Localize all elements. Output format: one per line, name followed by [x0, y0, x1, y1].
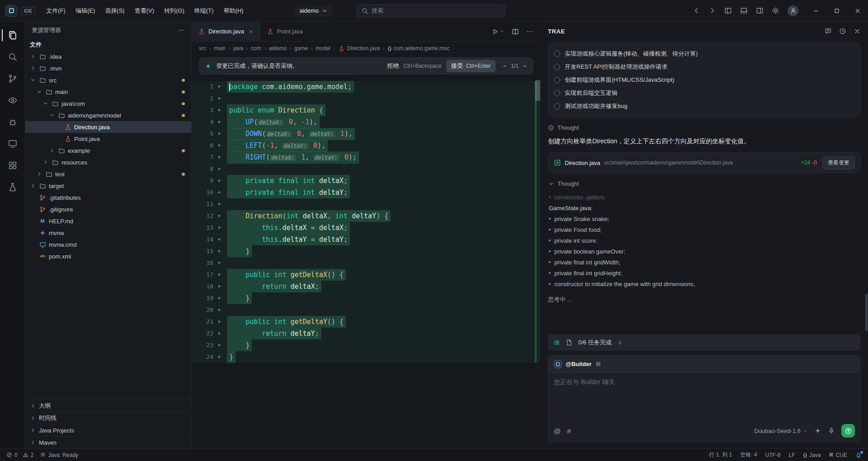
task-checklist-item[interactable]: 实现前后端交互逻辑 — [554, 86, 855, 99]
expand-tasks-icon[interactable] — [617, 340, 623, 346]
code-editor[interactable]: 1+package com.aidemo.game.model;2+3+publ… — [192, 78, 541, 448]
task-progress-bar[interactable]: 0/6 任务完成 — [548, 334, 861, 351]
tree-item[interactable]: java\com — [25, 98, 191, 109]
view-changes-button[interactable]: 查看变更 — [822, 156, 855, 169]
tree-item[interactable]: target — [25, 180, 191, 192]
menu-item[interactable]: 查看(V) — [130, 5, 159, 17]
breadcrumb-item[interactable]: {}com.aidemo.game.moc — [387, 45, 449, 52]
tree-item[interactable]: .idea — [25, 51, 191, 62]
breadcrumb-item[interactable]: Direction.java — [338, 45, 380, 52]
tree-item[interactable]: resources — [25, 156, 191, 168]
code-line[interactable]: 15+ } — [192, 245, 541, 257]
activity-explorer[interactable] — [2, 25, 24, 45]
run-button[interactable] — [491, 28, 505, 35]
tree-item[interactable]: Point.java — [25, 133, 191, 145]
task-checklist-item[interactable]: 开发REST API控制器处理游戏操作请求 — [554, 60, 855, 73]
model-selector[interactable]: Doubao-Seed-1.6 — [754, 428, 808, 434]
toggle-panel-icon[interactable] — [740, 7, 748, 14]
code-line[interactable]: 4+ UP(deltaX: 0, -1), — [192, 116, 541, 128]
breadcrumb-item[interactable]: com — [251, 45, 261, 52]
code-line[interactable]: 24+} — [192, 351, 541, 363]
reject-button[interactable]: 拒绝 — [387, 62, 399, 70]
code-line[interactable]: 13+ this.deltaX = deltaX; — [192, 222, 541, 234]
tree-item[interactable]: aidemo\game\model — [25, 109, 191, 121]
tree-item[interactable]: Direction.java — [25, 121, 191, 133]
previous-change-icon[interactable] — [502, 63, 508, 69]
sidebar-section[interactable]: Maven — [25, 436, 191, 448]
code-line[interactable]: 14+ this.deltaY = deltaY; — [192, 234, 541, 245]
code-line[interactable]: 10+ private final int deltaY; — [192, 187, 541, 198]
more-actions-icon[interactable] — [178, 27, 185, 34]
chat-input[interactable]: 您正在与 Builder 聊天 — [548, 373, 860, 420]
document-icon[interactable] — [566, 339, 573, 346]
sidebar-section[interactable]: Java Projects — [25, 424, 191, 436]
mic-icon[interactable] — [828, 427, 835, 434]
activity-remote[interactable] — [2, 134, 24, 154]
code-line[interactable]: 22+ return deltaY; — [192, 328, 541, 339]
activity-search[interactable] — [2, 47, 24, 67]
settings-gear-icon[interactable] — [772, 7, 779, 14]
project-selector[interactable]: aidemo — [295, 5, 333, 16]
code-line[interactable]: 23+ } — [192, 339, 541, 351]
menu-item[interactable]: 文件(F) — [42, 5, 70, 17]
tree-item[interactable]: test — [25, 168, 191, 180]
activity-testing[interactable] — [2, 177, 24, 197]
agent-name[interactable]: @Builder — [566, 361, 591, 367]
code-line[interactable]: 11+ — [192, 198, 541, 210]
code-line[interactable]: 9+ private final int deltaX; — [192, 175, 541, 187]
task-checklist-item[interactable]: 实现游戏核心逻辑服务(移动、碰撞检测、得分计算) — [554, 47, 855, 60]
menu-item[interactable]: 选择(S) — [100, 5, 129, 17]
tree-item[interactable]: example — [25, 145, 191, 156]
close-window-button[interactable] — [847, 0, 868, 21]
status-item[interactable]: LF — [789, 452, 795, 458]
tab[interactable]: Point.java — [260, 22, 310, 41]
activity-extensions[interactable] — [2, 155, 24, 175]
breadcrumb-item[interactable]: model — [316, 45, 330, 52]
activity-source-control[interactable] — [2, 69, 24, 89]
back-icon[interactable] — [693, 7, 700, 14]
sidebar-section[interactable]: 时间线 — [25, 412, 191, 424]
thought-toggle[interactable]: Thought — [548, 180, 861, 187]
tree-item[interactable]: mvnw — [25, 227, 191, 239]
activity-preview[interactable] — [2, 90, 24, 110]
code-line[interactable]: 17+ public int getDeltaX() { — [192, 269, 541, 281]
new-chat-icon[interactable] — [825, 28, 832, 35]
maximize-button[interactable] — [826, 0, 847, 21]
toggle-sidebar-icon[interactable] — [724, 7, 732, 14]
code-line[interactable]: 16+ — [192, 257, 541, 269]
status-item[interactable]: {}Java — [803, 452, 821, 458]
code-line[interactable]: 8+ — [192, 163, 541, 175]
status-item[interactable]: UTF-8 — [765, 452, 781, 458]
code-line[interactable]: 3+public enum Direction { — [192, 104, 541, 116]
file-change-card[interactable]: Direction.java src\main\java\com\aidemo\… — [548, 152, 861, 173]
tree-item[interactable]: .gitattributes — [25, 192, 191, 203]
user-avatar[interactable] — [788, 5, 798, 16]
notifications-bell[interactable] — [855, 452, 862, 458]
accept-button[interactable]: 接受 Ctrl+Enter — [446, 60, 495, 72]
code-line[interactable]: 18+ return deltaX; — [192, 281, 541, 292]
minimize-button[interactable] — [806, 0, 826, 21]
status-item[interactable]: ⌘CUE — [829, 452, 847, 458]
close-panel-icon[interactable] — [854, 28, 861, 35]
menu-item[interactable]: 终端(T) — [190, 5, 218, 17]
code-line[interactable]: 1+package com.aidemo.game.model; — [192, 81, 541, 93]
forward-icon[interactable] — [708, 7, 716, 14]
breadcrumb-item[interactable]: src — [199, 45, 206, 52]
menu-item[interactable]: 帮助(H) — [219, 5, 248, 17]
menu-item[interactable]: 编辑(E) — [71, 5, 99, 17]
task-checklist-item[interactable]: 测试游戏功能并修复bug — [554, 99, 855, 113]
tree-item[interactable]: src — [25, 74, 191, 86]
enhance-prompt-icon[interactable] — [814, 427, 821, 434]
status-item[interactable]: 空格: 4 — [740, 451, 757, 459]
breadcrumb[interactable]: srcmainjavacomaidemogamemodelDirection.j… — [192, 42, 541, 55]
global-search-input[interactable]: 搜索 — [356, 4, 505, 18]
code-line[interactable]: 12+ Direction(int deltaX, int deltaY) { — [192, 210, 541, 222]
code-line[interactable]: 21+ public int getDeltaY() { — [192, 316, 541, 328]
mention-icon[interactable]: @ — [554, 427, 561, 435]
close-icon[interactable] — [248, 29, 254, 34]
send-button[interactable] — [841, 424, 855, 437]
tree-item[interactable]: MHELP.md — [25, 215, 191, 227]
status-item[interactable]: 行 1, 列 1 — [709, 451, 732, 459]
problems-indicator[interactable]: 0 2 — [6, 452, 33, 458]
scrollbar-thumb[interactable] — [865, 294, 868, 331]
